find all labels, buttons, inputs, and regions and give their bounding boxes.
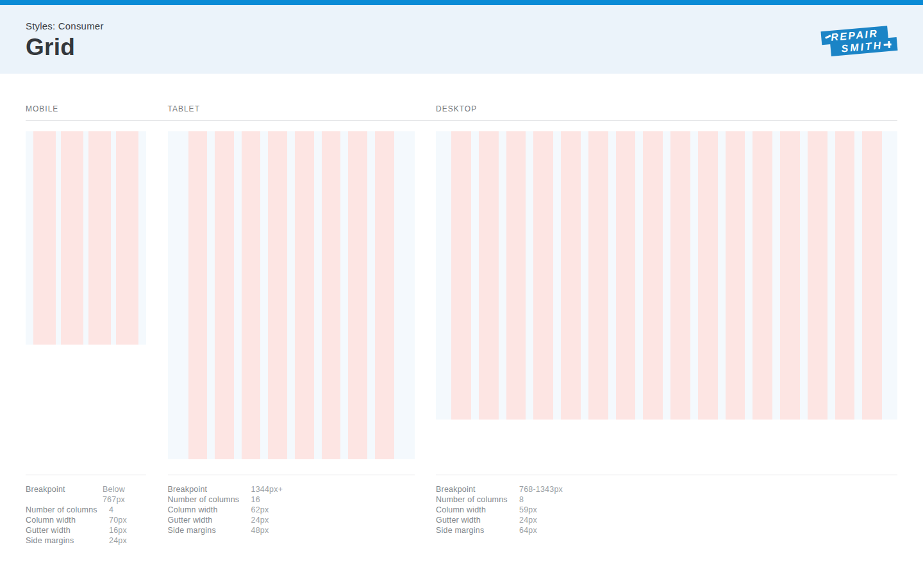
spec-row: Breakpoint768-1343px (436, 484, 897, 494)
tablet-spec-table: Breakpoint1344px+Number of columns16Colu… (168, 475, 415, 546)
spec-row-label: Breakpoint (436, 484, 519, 494)
spec-row-label: Number of columns (168, 494, 251, 505)
spec-row-value: 48px (251, 525, 269, 535)
spec-table-divider (26, 475, 146, 475)
spec-row-label: Column width (26, 515, 109, 525)
spec-row: Side margins48px (168, 525, 415, 535)
grid-column (322, 131, 341, 459)
spec-row-label: Column width (168, 505, 251, 515)
spec-row-value: 24px (109, 535, 127, 546)
section-labels-divider (26, 120, 897, 121)
spec-row: Breakpoint1344px+ (168, 484, 415, 494)
spec-row: Number of columns8 (436, 494, 897, 505)
grid-column (835, 131, 855, 420)
mobile-grid-visualization (26, 131, 146, 345)
section-label-mobile: MOBILE (26, 105, 146, 113)
spec-row-value: 4 (109, 505, 113, 515)
spec-row-label: Column width (436, 505, 519, 515)
spec-row-label: Gutter width (436, 515, 519, 525)
grid-column (533, 131, 553, 420)
spec-row: Column width59px (436, 505, 897, 515)
grid-spec-content: MOBILE TABLET DESKTOP BreakpointBelow 76… (0, 105, 923, 546)
spec-row-value: 16px (109, 525, 127, 535)
grid-column (215, 131, 234, 459)
grid-column (188, 131, 208, 459)
section-label-desktop: DESKTOP (436, 105, 897, 113)
grid-column (670, 131, 690, 420)
spec-table-divider (168, 475, 415, 475)
spec-row-value: Below 767px (103, 484, 146, 505)
grid-column (268, 131, 287, 459)
grid-column (451, 131, 471, 420)
spec-row-label: Breakpoint (168, 484, 251, 494)
spec-row-label: Breakpoint (26, 484, 103, 505)
spec-row-value: 8 (519, 494, 524, 505)
spec-row: Side margins24px (26, 535, 146, 546)
spec-table-divider (436, 475, 897, 475)
spec-row: Column width70px (26, 515, 146, 525)
desktop-grid-visualization (436, 131, 897, 420)
spec-row-value: 64px (519, 525, 537, 535)
grid-column (808, 131, 827, 420)
spec-row-label: Gutter width (168, 515, 251, 525)
spec-row: Number of columns4 (26, 505, 146, 515)
tablet-grid-visualization (168, 131, 415, 459)
spec-row-label: Number of columns (26, 505, 109, 515)
grid-column (862, 131, 882, 420)
spec-row: Gutter width24px (436, 515, 897, 525)
grid-column (295, 131, 314, 459)
grid-column (348, 131, 367, 459)
spec-row-value: 16 (251, 494, 260, 505)
grid-visualizations-row (26, 131, 897, 459)
mobile-spec-table: BreakpointBelow 767pxNumber of columns4C… (26, 475, 146, 546)
page-title: Grid (26, 34, 897, 61)
page-header: Styles: Consumer Grid REPAIR SMITH (0, 5, 923, 74)
spec-row: Side margins64px (436, 525, 897, 535)
grid-column (588, 131, 608, 420)
spec-row: Gutter width16px (26, 525, 146, 535)
spec-row-value: 1344px+ (251, 484, 283, 494)
grid-column (753, 131, 772, 420)
spec-row-value: 70px (109, 515, 127, 525)
spec-tables-row: BreakpointBelow 767pxNumber of columns4C… (26, 475, 897, 546)
grid-column (242, 131, 261, 459)
spec-row-label: Number of columns (436, 494, 519, 505)
spec-row: BreakpointBelow 767px (26, 484, 146, 505)
grid-column (643, 131, 663, 420)
grid-column (698, 131, 718, 420)
grid-column (561, 131, 581, 420)
section-label-tablet: TABLET (168, 105, 415, 113)
spec-row-value: 24px (519, 515, 537, 525)
spec-row-value: 24px (251, 515, 269, 525)
spec-row-value: 768-1343px (519, 484, 563, 494)
spec-row: Column width62px (168, 505, 415, 515)
spec-row: Number of columns16 (168, 494, 415, 505)
spec-row-label: Gutter width (26, 525, 109, 535)
top-accent-bar (0, 0, 923, 5)
repairsmith-logo: REPAIR SMITH (820, 23, 899, 59)
spec-row-label: Side margins (168, 525, 251, 535)
section-labels-row: MOBILE TABLET DESKTOP (26, 105, 897, 113)
grid-column (88, 131, 111, 345)
grid-column (116, 131, 138, 345)
desktop-spec-table: Breakpoint768-1343pxNumber of columns8Co… (436, 475, 897, 546)
grid-column (61, 131, 83, 345)
spec-row-value: 62px (251, 505, 269, 515)
spec-row: Gutter width24px (168, 515, 415, 525)
spec-row-label: Side margins (436, 525, 519, 535)
spec-row-label: Side margins (26, 535, 109, 546)
grid-column (479, 131, 499, 420)
grid-column (726, 131, 745, 420)
grid-column (616, 131, 636, 420)
grid-column (780, 131, 800, 420)
page-kicker: Styles: Consumer (26, 20, 897, 31)
grid-column (506, 131, 526, 420)
grid-column (33, 131, 56, 345)
spec-row-value: 59px (519, 505, 537, 515)
grid-column (375, 131, 394, 459)
